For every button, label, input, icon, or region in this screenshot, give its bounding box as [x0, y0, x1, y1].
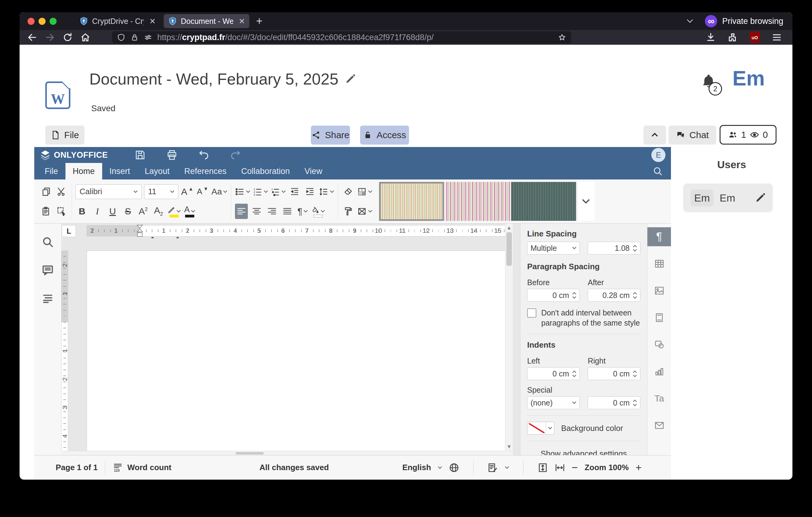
- strikethrough-button[interactable]: S: [121, 204, 134, 219]
- line-spacing-button[interactable]: [319, 184, 334, 199]
- no-interval-checkbox-label[interactable]: Don't add interval between paragraphs of…: [541, 308, 640, 328]
- indent-right-input[interactable]: 0 cm: [588, 367, 640, 380]
- url-text[interactable]: https://cryptpad.fr/doc/#/3/doc/edit/ff0…: [157, 33, 558, 42]
- document-language-globe-icon[interactable]: [449, 462, 459, 473]
- back-button[interactable]: [27, 32, 37, 43]
- account-name[interactable]: Em: [732, 66, 765, 90]
- no-interval-checkbox[interactable]: [527, 308, 536, 318]
- bookmark-star-icon[interactable]: [558, 33, 566, 42]
- tab-close-icon[interactable]: ✕: [237, 17, 245, 26]
- bullet-list-button[interactable]: [235, 184, 250, 199]
- permissions-sliders-icon[interactable]: [144, 33, 152, 42]
- fit-width-icon[interactable]: [555, 462, 565, 473]
- underline-button[interactable]: U: [106, 204, 119, 219]
- justify-button[interactable]: [281, 204, 294, 219]
- superscript-button[interactable]: A2: [137, 204, 150, 219]
- mailmerge-settings-tab[interactable]: [647, 416, 671, 435]
- line-spacing-value-input[interactable]: 1.08: [588, 242, 640, 254]
- style-preview-no-spacing[interactable]: [445, 182, 510, 221]
- language-select[interactable]: English: [402, 463, 431, 472]
- navigation-headings-button[interactable]: [41, 292, 54, 304]
- access-button[interactable]: Access: [360, 126, 409, 144]
- special-select[interactable]: (none): [527, 396, 580, 409]
- fit-page-icon[interactable]: [538, 462, 548, 473]
- background-color-picker[interactable]: [527, 422, 554, 435]
- spacing-after-input[interactable]: 0.28 cm: [588, 289, 640, 302]
- share-button[interactable]: Share: [311, 126, 350, 144]
- numbered-list-button[interactable]: 123: [253, 184, 268, 199]
- multilevel-list-button[interactable]: 1: [270, 184, 286, 199]
- align-right-button[interactable]: [266, 204, 279, 219]
- menu-tab-collaboration[interactable]: Collaboration: [234, 163, 297, 180]
- select-all-button[interactable]: [55, 204, 68, 219]
- image-settings-tab[interactable]: [647, 281, 671, 300]
- style-preview-normal[interactable]: [379, 182, 444, 221]
- chat-button[interactable]: Chat: [668, 126, 716, 144]
- format-painter-button[interactable]: [342, 204, 355, 219]
- cell-shading-button[interactable]: [357, 184, 372, 199]
- styles-expand-button[interactable]: [577, 182, 594, 221]
- scroll-down-arrow[interactable]: ▼: [505, 444, 513, 450]
- indent-left-input[interactable]: 0 cm: [527, 367, 580, 380]
- user-row[interactable]: Em Em: [683, 184, 773, 212]
- ublock-origin-icon[interactable]: uO: [750, 31, 760, 43]
- align-center-button[interactable]: [250, 204, 263, 219]
- decrease-font-button[interactable]: A▼: [196, 184, 209, 199]
- page-indicator[interactable]: Page 1 of 1: [56, 463, 97, 472]
- menu-tab-view[interactable]: View: [297, 163, 329, 180]
- mail-merge-button[interactable]: [357, 204, 372, 219]
- style-preview-heading[interactable]: [511, 182, 576, 221]
- zoom-in-button[interactable]: +: [635, 462, 642, 473]
- special-value-input[interactable]: 0 cm: [588, 396, 640, 409]
- align-left-button[interactable]: [235, 204, 248, 219]
- comments-button[interactable]: [41, 264, 54, 276]
- minimize-window-button[interactable]: [38, 18, 46, 25]
- lock-icon[interactable]: [130, 33, 139, 42]
- vertical-scroll-thumb[interactable]: [506, 232, 512, 266]
- tab-stop-selector[interactable]: L: [62, 225, 76, 237]
- italic-button[interactable]: I: [91, 204, 104, 219]
- editor-user-avatar[interactable]: E: [651, 148, 665, 162]
- increase-font-button[interactable]: A▲: [181, 184, 194, 199]
- notifications-bell[interactable]: 2: [700, 72, 720, 94]
- textart-settings-tab[interactable]: Ta: [647, 389, 671, 408]
- decrease-indent-button[interactable]: [288, 184, 301, 199]
- maximize-window-button[interactable]: [50, 18, 57, 25]
- font-name-select[interactable]: Calibri: [76, 184, 142, 199]
- font-color-button[interactable]: A: [183, 204, 196, 219]
- scroll-up-arrow[interactable]: ▲: [505, 225, 513, 231]
- paragraph-settings-tab[interactable]: ¶: [647, 227, 671, 246]
- downloads-icon[interactable]: [705, 32, 716, 43]
- reload-button[interactable]: [62, 32, 73, 43]
- edit-title-pencil-icon[interactable]: [345, 74, 355, 84]
- undo-icon[interactable]: [198, 149, 210, 161]
- spacing-before-input[interactable]: 0 cm: [527, 289, 580, 302]
- collapse-toolbar-button[interactable]: [643, 126, 666, 144]
- extensions-icon[interactable]: [728, 32, 738, 43]
- forward-button[interactable]: [45, 32, 55, 43]
- table-settings-tab[interactable]: [647, 254, 671, 273]
- subscript-button[interactable]: A2: [152, 204, 165, 219]
- menu-tab-insert[interactable]: Insert: [102, 163, 138, 180]
- header-footer-settings-tab[interactable]: [647, 308, 671, 327]
- vertical-scrollbar[interactable]: ▲ ▼: [505, 224, 513, 451]
- print-icon[interactable]: [166, 149, 178, 161]
- zoom-level[interactable]: Zoom 100%: [585, 463, 629, 472]
- editor-search-button[interactable]: [652, 163, 663, 180]
- nonprinting-chars-button[interactable]: ¶: [296, 204, 309, 219]
- edit-user-pencil-icon[interactable]: [755, 193, 765, 203]
- paste-button[interactable]: [40, 204, 53, 219]
- copy-button[interactable]: [40, 184, 53, 199]
- increase-indent-button[interactable]: [303, 184, 316, 199]
- save-icon[interactable]: [134, 149, 146, 161]
- chart-settings-tab[interactable]: [647, 362, 671, 381]
- tracking-shield-icon[interactable]: [117, 33, 125, 42]
- bold-button[interactable]: B: [76, 204, 88, 219]
- horizontal-scroll-thumb[interactable]: [236, 452, 264, 455]
- document-page[interactable]: [87, 250, 505, 451]
- font-size-select[interactable]: 11: [144, 184, 178, 199]
- list-tabs-chevron-icon[interactable]: [687, 19, 693, 23]
- line-spacing-mode-select[interactable]: Multiple: [527, 242, 580, 254]
- url-bar[interactable]: https://cryptpad.fr/doc/#/3/doc/edit/ff0…: [112, 31, 571, 44]
- show-advanced-settings-link[interactable]: Show advanced settings: [541, 449, 627, 456]
